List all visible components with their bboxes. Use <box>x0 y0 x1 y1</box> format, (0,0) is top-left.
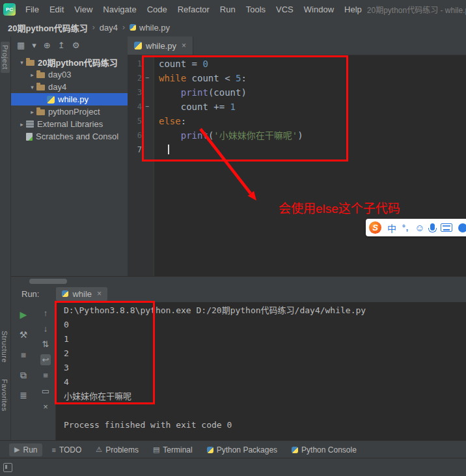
line-number: 1 <box>128 57 142 71</box>
chevron-down-icon[interactable]: ▾ <box>32 40 36 50</box>
menu-run[interactable]: Run <box>215 5 241 14</box>
code-line-4[interactable]: 4− count += 1 <box>128 100 466 114</box>
microphone-icon[interactable] <box>430 223 435 231</box>
code-line-7[interactable]: 7 <box>128 143 466 157</box>
tree-item-day4[interactable]: ▾day4 <box>11 81 128 93</box>
toolwindow-button-python-packages[interactable]: Python Packages <box>202 443 282 456</box>
code-text: while count < 5: <box>154 71 247 85</box>
tree-item-external-libraries[interactable]: ▸External Libraries <box>11 118 128 130</box>
menu-window[interactable]: Window <box>299 5 339 14</box>
code-line-5[interactable]: 5else: <box>128 114 466 128</box>
fold-marker-icon[interactable]: − <box>142 71 152 85</box>
run-tab-while[interactable]: while × <box>56 287 107 301</box>
locate-icon[interactable]: ⊕ <box>44 40 51 50</box>
menu-code[interactable]: Code <box>142 5 172 14</box>
code-token: count < <box>192 73 236 83</box>
code-line-6[interactable]: 6 print('小妹妹你在干嘛呢') <box>128 128 466 143</box>
print-icon[interactable]: ▭ <box>42 385 49 397</box>
build-icon[interactable]: ⚒ <box>20 329 28 341</box>
view-selector-icon[interactable]: ▦ <box>17 40 25 50</box>
chevron-right-icon[interactable]: ▸ <box>28 72 36 78</box>
restore-layout-icon[interactable]: ⧉ <box>20 369 27 381</box>
editor-tab-while-py[interactable]: while.py × <box>128 36 193 55</box>
console-line-4: 3 <box>64 361 466 375</box>
scroll-to-end-icon[interactable]: ≡ <box>43 370 48 381</box>
problems-icon: ⚠ <box>96 445 102 454</box>
fold-marker-icon[interactable]: − <box>142 100 152 114</box>
down-stacktrace-icon[interactable]: ↓ <box>44 323 48 334</box>
close-icon[interactable]: × <box>97 289 102 298</box>
toolwindow-button-run[interactable]: ▶Run <box>9 443 42 456</box>
tree-item-while-py[interactable]: while.py <box>11 93 128 105</box>
up-stacktrace-icon[interactable]: ↑ <box>44 307 48 318</box>
tree-item-label: 20期python代码练习 <box>38 56 118 68</box>
history-icon[interactable]: ≣ <box>20 389 27 401</box>
editor-gutter: 2− <box>128 71 154 85</box>
punctuation-mode-icon[interactable]: °, <box>402 223 409 232</box>
chevron-right-icon[interactable]: ▸ <box>28 109 36 115</box>
run-panel-body: ▶⚒■⧉≣ ↑↓⇅↩≡▭× D:\Python3.8.8\python.exe … <box>11 302 466 440</box>
code-token: else <box>159 116 181 126</box>
sidebar-item-project[interactable]: Project <box>1 42 10 73</box>
title-bar: PC FileEditViewNavigateCodeRefactorRunTo… <box>0 0 466 19</box>
menu-vcs[interactable]: VCS <box>271 5 299 14</box>
console-line-8: Process finished with exit code 0 <box>64 418 466 432</box>
editor-tab-bar: while.py × <box>128 36 466 55</box>
code-token: = <box>192 59 203 69</box>
code-token: (count) <box>208 87 247 98</box>
project-tree: ▾20期python代码练习▸day03▾day4while.py▸python… <box>11 56 128 143</box>
clear-all-icon[interactable]: × <box>43 401 48 412</box>
settings-gear-icon[interactable]: ⚙ <box>72 40 80 50</box>
breadcrumb-item-20-python[interactable]: 20期python代码练习 <box>8 21 88 34</box>
menu-navigate[interactable]: Navigate <box>98 5 141 14</box>
collapse-all-icon[interactable]: ↥ <box>58 40 65 50</box>
ime-more-icon[interactable] <box>458 223 466 232</box>
menu-refactor[interactable]: Refactor <box>172 5 215 14</box>
sogou-logo-icon[interactable]: S <box>369 221 381 234</box>
toolwindow-bar: ▶Run≡TODO⚠Problems▤TerminalPython Packag… <box>0 440 466 458</box>
sidebar-item-favorites[interactable]: Favorites <box>1 379 8 412</box>
tree-item-day03[interactable]: ▸day03 <box>11 68 128 81</box>
tree-item-pythonproject[interactable]: ▸pythonProject <box>11 105 128 118</box>
editor-gutter: 3 <box>128 85 154 100</box>
sort-icon[interactable]: ⇅ <box>42 339 49 350</box>
toolwindow-button-python-console[interactable]: Python Console <box>286 443 362 456</box>
menu-help[interactable]: Help <box>339 5 367 14</box>
soft-wrap-icon[interactable]: ↩ <box>40 354 51 365</box>
console-line-2: 1 <box>64 332 466 346</box>
folder-icon <box>36 85 45 91</box>
keyboard-icon[interactable] <box>441 223 452 232</box>
code-token <box>159 87 181 98</box>
emoji-picker-icon[interactable]: ☺ <box>415 222 424 233</box>
tree-item-20-python[interactable]: ▾20期python代码练习 <box>11 56 128 68</box>
close-icon[interactable]: × <box>182 41 186 50</box>
code-line-3[interactable]: 3 print(count) <box>128 85 466 100</box>
chevron-down-icon[interactable]: ▾ <box>28 84 36 91</box>
sidebar-item-structure[interactable]: Structure <box>1 331 8 363</box>
toolwindow-button-todo[interactable]: ≡TODO <box>46 443 87 456</box>
menu-file[interactable]: File <box>20 5 44 14</box>
python-icon <box>207 447 213 453</box>
menu-edit[interactable]: Edit <box>44 5 69 14</box>
menu-tools[interactable]: Tools <box>241 5 271 14</box>
code-area[interactable]: 1count = 02−while count < 5:3 print(coun… <box>128 55 466 157</box>
menu-bar: FileEditViewNavigateCodeRefactorRunTools… <box>20 5 367 14</box>
code-line-2[interactable]: 2−while count < 5: <box>128 71 466 85</box>
chevron-right-icon[interactable]: ▸ <box>18 121 26 128</box>
breadcrumb-item-day4[interactable]: day4 <box>100 23 118 33</box>
rerun-icon[interactable]: ▶ <box>20 309 27 320</box>
chinese-mode-indicator[interactable]: 中 <box>387 221 396 234</box>
stop-icon[interactable]: ■ <box>21 349 26 361</box>
chevron-down-icon[interactable]: ▾ <box>18 59 26 66</box>
code-line-1[interactable]: 1count = 0 <box>128 57 466 71</box>
menu-view[interactable]: View <box>69 5 98 14</box>
toolwindow-button-problems[interactable]: ⚠Problems <box>90 443 144 456</box>
tree-item-scratches-and-consol[interactable]: Scratches and Consol <box>11 130 128 143</box>
line-number: 5 <box>128 114 142 128</box>
toolwindow-button-terminal[interactable]: ▤Terminal <box>148 443 198 456</box>
breadcrumb-item-while-py[interactable]: while.py <box>130 23 170 33</box>
console-output[interactable]: D:\Python3.8.8\python.exe D:/20期python代码… <box>56 302 466 440</box>
scrollbar-thumb[interactable] <box>29 279 67 284</box>
toolwindow-toggle-icon[interactable] <box>3 463 12 472</box>
code-token: while <box>159 73 192 83</box>
